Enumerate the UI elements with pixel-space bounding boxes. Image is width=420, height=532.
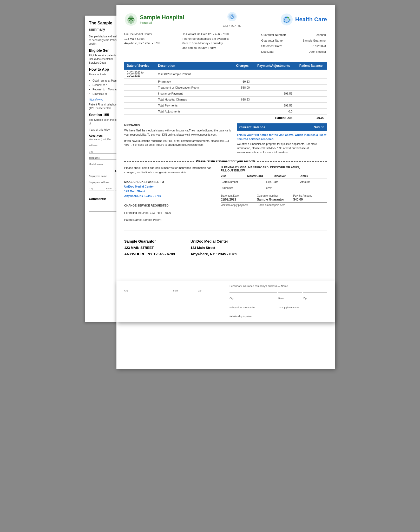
pay-amount-value: $40.00	[293, 198, 327, 201]
row-date-5	[124, 103, 155, 109]
guarantor-name-label: Guarantor Name:	[261, 38, 294, 43]
card-types: Visa MasterCard Discover Amex	[221, 174, 327, 178]
row-charges-3	[232, 91, 252, 97]
hospital-address: UniDoc Medial Center 123 Main Street Any…	[124, 32, 180, 55]
payee-street: 123 Main Street	[124, 189, 213, 194]
hospital-icon	[124, 13, 138, 26]
card-number-label: Card Number	[221, 179, 265, 185]
group-plan-field[interactable]	[279, 302, 327, 302]
balance-header-label: Current Balance	[239, 125, 265, 129]
guarantor-name-value: Sample Guarantor	[295, 38, 326, 43]
form-left: City State Zip	[124, 285, 222, 318]
amount-label: Amount	[299, 179, 327, 185]
zip2-field[interactable]	[303, 292, 327, 293]
card-amex: Amex	[300, 174, 327, 178]
policyholder-field[interactable]	[229, 302, 278, 302]
billing-table: Date of Service Description Charges Paym…	[124, 62, 327, 121]
dashed-line-right	[257, 161, 327, 162]
row-balance-6	[295, 109, 327, 115]
recipient-name: UniDoc Medial Center	[191, 238, 237, 245]
sender-street: 123 MAIN STREET	[124, 245, 175, 251]
current-balance-header: Current Balance $40.00	[237, 123, 327, 131]
row-date-6	[124, 109, 155, 115]
guarantor-num-label: Guarantor number	[257, 194, 291, 197]
form-city2[interactable]: City	[89, 187, 105, 190]
balance-notice: This is your first notice for the visit …	[237, 131, 327, 142]
city-field[interactable]	[124, 285, 172, 285]
summary-labels-row: Statement Date Guarantor number Pay the …	[221, 193, 327, 207]
recipient-address: UniDoc Medial Center 123 Main Street Any…	[191, 238, 237, 257]
messages-line2: If you have questions regarding your bil…	[124, 139, 233, 147]
payee-name: UniDoc Medial Center	[124, 184, 213, 189]
row-balance-0	[295, 70, 327, 79]
recipient-city: Anywhere, NY 12345 - 6789	[191, 251, 237, 257]
guarantor-info: Guarantor Number: 2nnnnn Guarantor Name:…	[260, 32, 327, 55]
row-adj-1	[252, 79, 295, 85]
row-balance-4	[295, 97, 327, 103]
row-desc-4: Total Hospital Charges	[155, 97, 232, 103]
row-charges-1: 60.53	[232, 79, 252, 85]
make-checks-label: MAKE CHECKS PAYABLE TO	[124, 180, 213, 183]
balance-header-amount: $40.00	[314, 125, 324, 129]
row-charges-6	[232, 109, 252, 115]
row-desc-0: Visit #123 Sample Patient	[155, 70, 232, 79]
card-header: IF PAYING BY VISA, MASTERCARD, DISCOVER …	[221, 166, 327, 172]
state-field[interactable]	[173, 285, 197, 285]
row-desc-1: Pharmacy	[155, 79, 232, 85]
sender-name: Sample Guarantor	[124, 238, 175, 245]
table-row: Total Payments -598.53	[124, 103, 327, 109]
clinicare-text: CLINICARE	[223, 24, 241, 27]
row-balance-3	[295, 91, 327, 97]
row-date-2	[124, 85, 155, 91]
guarantor-num-value: Sample Guarantor	[257, 198, 291, 201]
guarantor-number-value: 2nnnnn	[295, 32, 326, 38]
sender-address: Sample Guarantor 123 MAIN STREET ANYWHER…	[124, 238, 175, 257]
col-balance: Patient Balance	[295, 62, 327, 70]
payment-section: Please check box if address is incorrect…	[124, 166, 327, 225]
clinicare-logo: CLINICARE	[223, 11, 241, 27]
mail-section: Sample Guarantor 123 MAIN STREET ANYWHER…	[124, 238, 327, 257]
state2-field[interactable]	[278, 292, 302, 293]
row-desc-3: Insurance Payment	[155, 91, 232, 97]
header-logos: Sample Hospital Hospital CLINICARE	[124, 11, 327, 27]
clinicare-icon	[226, 11, 238, 24]
due-date-value: Upon Receipt	[295, 49, 326, 55]
guarantor-number-label: Guarantor Number:	[261, 32, 294, 38]
relationship-field[interactable]	[229, 310, 327, 311]
form-section: City State Zip Secondary insurance compa	[124, 285, 327, 318]
dashed-separator: Please retain statement for your records	[124, 159, 327, 163]
stmt-date-value: 01/02/2023	[221, 198, 254, 201]
table-row: Insurance Payment -598.53	[124, 91, 327, 97]
page-wrapper: The Sample summary Sample Medica and ine…	[85, 5, 335, 369]
balance-financial-aid: We offer a Financial Aid program for qua…	[237, 142, 327, 154]
col-date: Date of Service	[124, 62, 155, 70]
healthcare-icon	[280, 13, 293, 26]
insurance-addr-field[interactable]: Secondary insurance company's address — …	[229, 285, 327, 288]
row-charges-4: 638.53	[232, 97, 252, 103]
card-visa: Visa	[221, 174, 247, 178]
zip-field[interactable]	[198, 285, 222, 285]
row-date-4	[124, 97, 155, 103]
billing-inquiry: For Billing inquiries: 123 - 456 - 7890	[124, 211, 213, 215]
table-row: Total Adjustments 0.0	[124, 109, 327, 115]
messages-box: MESSAGES: We have filed the medical clai…	[124, 123, 233, 154]
info-row: UniDoc Medial Center 123 Main Street Any…	[124, 32, 327, 58]
form-state[interactable]: State	[106, 187, 114, 190]
row-charges-5	[232, 103, 252, 109]
city2-field[interactable]	[229, 292, 277, 293]
row-adj-5: -598.53	[252, 103, 295, 109]
hospital-text: Sample Hospital Hospital	[140, 14, 184, 25]
row-date-0: 01/02/2023 to 01/02/2023	[124, 70, 155, 79]
row-balance-5	[295, 103, 327, 109]
form-right: Secondary insurance company's address — …	[229, 285, 327, 318]
col-description: Description	[155, 62, 232, 70]
table-row: Pharmacy 60.53	[124, 79, 327, 85]
statement-date-value: 01/02/2023	[295, 44, 326, 49]
col-charges: Charges	[232, 62, 252, 70]
back-link[interactable]: https://www.	[89, 98, 103, 101]
patient-name: Patent Name: Sample Patent	[124, 218, 213, 222]
row-desc-6: Total Adjustments	[155, 109, 232, 115]
payee-city: Anywhere, NY 12345 - 6789	[124, 194, 213, 198]
payment-right: IF PAYING BY VISA, MASTERCARD, DISCOVER …	[221, 166, 327, 225]
svv-label: SVV	[265, 185, 299, 191]
